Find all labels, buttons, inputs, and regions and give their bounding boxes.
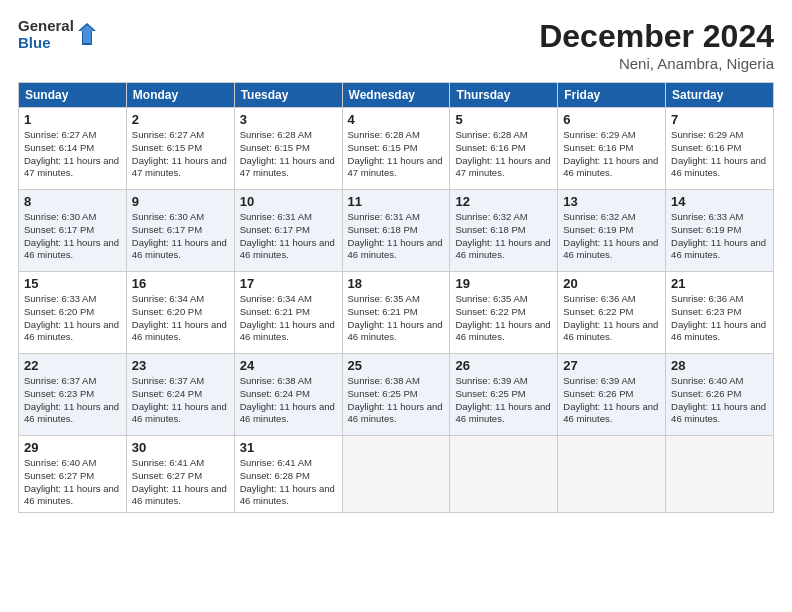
day-info: Sunrise: 6:29 AM Sunset: 6:16 PM Dayligh… (671, 129, 766, 178)
day-info: Sunrise: 6:35 AM Sunset: 6:22 PM Dayligh… (455, 293, 550, 342)
day-number: 7 (671, 112, 768, 127)
logo-general: General (18, 18, 74, 35)
calendar-cell (450, 436, 558, 513)
calendar-cell: 9Sunrise: 6:30 AM Sunset: 6:17 PM Daylig… (126, 190, 234, 272)
day-number: 27 (563, 358, 660, 373)
day-number: 22 (24, 358, 121, 373)
calendar-cell: 2Sunrise: 6:27 AM Sunset: 6:15 PM Daylig… (126, 108, 234, 190)
day-info: Sunrise: 6:38 AM Sunset: 6:25 PM Dayligh… (348, 375, 443, 424)
calendar-cell: 19Sunrise: 6:35 AM Sunset: 6:22 PM Dayli… (450, 272, 558, 354)
title-month: December 2024 (539, 18, 774, 55)
day-number: 10 (240, 194, 337, 209)
day-number: 5 (455, 112, 552, 127)
day-info: Sunrise: 6:30 AM Sunset: 6:17 PM Dayligh… (132, 211, 227, 260)
day-info: Sunrise: 6:33 AM Sunset: 6:20 PM Dayligh… (24, 293, 119, 342)
calendar-week-3: 15Sunrise: 6:33 AM Sunset: 6:20 PM Dayli… (19, 272, 774, 354)
calendar-cell: 21Sunrise: 6:36 AM Sunset: 6:23 PM Dayli… (666, 272, 774, 354)
calendar-cell (558, 436, 666, 513)
calendar-cell: 14Sunrise: 6:33 AM Sunset: 6:19 PM Dayli… (666, 190, 774, 272)
day-info: Sunrise: 6:32 AM Sunset: 6:19 PM Dayligh… (563, 211, 658, 260)
calendar-week-4: 22Sunrise: 6:37 AM Sunset: 6:23 PM Dayli… (19, 354, 774, 436)
day-info: Sunrise: 6:36 AM Sunset: 6:22 PM Dayligh… (563, 293, 658, 342)
calendar-week-5: 29Sunrise: 6:40 AM Sunset: 6:27 PM Dayli… (19, 436, 774, 513)
day-info: Sunrise: 6:28 AM Sunset: 6:15 PM Dayligh… (348, 129, 443, 178)
day-number: 12 (455, 194, 552, 209)
calendar-cell: 20Sunrise: 6:36 AM Sunset: 6:22 PM Dayli… (558, 272, 666, 354)
day-info: Sunrise: 6:32 AM Sunset: 6:18 PM Dayligh… (455, 211, 550, 260)
day-number: 18 (348, 276, 445, 291)
calendar-cell: 29Sunrise: 6:40 AM Sunset: 6:27 PM Dayli… (19, 436, 127, 513)
calendar-header-row: Sunday Monday Tuesday Wednesday Thursday… (19, 83, 774, 108)
day-number: 13 (563, 194, 660, 209)
calendar-cell: 7Sunrise: 6:29 AM Sunset: 6:16 PM Daylig… (666, 108, 774, 190)
calendar-cell: 1Sunrise: 6:27 AM Sunset: 6:14 PM Daylig… (19, 108, 127, 190)
day-info: Sunrise: 6:36 AM Sunset: 6:23 PM Dayligh… (671, 293, 766, 342)
day-number: 9 (132, 194, 229, 209)
page: General Blue December 2024 Neni, Anambra… (0, 0, 792, 612)
calendar: Sunday Monday Tuesday Wednesday Thursday… (18, 82, 774, 513)
day-info: Sunrise: 6:33 AM Sunset: 6:19 PM Dayligh… (671, 211, 766, 260)
day-number: 29 (24, 440, 121, 455)
logo: General Blue (18, 18, 96, 51)
title-location: Neni, Anambra, Nigeria (539, 55, 774, 72)
day-number: 1 (24, 112, 121, 127)
day-info: Sunrise: 6:28 AM Sunset: 6:15 PM Dayligh… (240, 129, 335, 178)
day-info: Sunrise: 6:27 AM Sunset: 6:14 PM Dayligh… (24, 129, 119, 178)
day-number: 17 (240, 276, 337, 291)
day-number: 31 (240, 440, 337, 455)
calendar-cell: 3Sunrise: 6:28 AM Sunset: 6:15 PM Daylig… (234, 108, 342, 190)
calendar-cell: 28Sunrise: 6:40 AM Sunset: 6:26 PM Dayli… (666, 354, 774, 436)
day-number: 14 (671, 194, 768, 209)
day-info: Sunrise: 6:38 AM Sunset: 6:24 PM Dayligh… (240, 375, 335, 424)
day-number: 20 (563, 276, 660, 291)
day-info: Sunrise: 6:27 AM Sunset: 6:15 PM Dayligh… (132, 129, 227, 178)
logo-text: General Blue (18, 18, 74, 51)
calendar-cell: 31Sunrise: 6:41 AM Sunset: 6:28 PM Dayli… (234, 436, 342, 513)
calendar-cell: 13Sunrise: 6:32 AM Sunset: 6:19 PM Dayli… (558, 190, 666, 272)
day-number: 25 (348, 358, 445, 373)
calendar-cell: 16Sunrise: 6:34 AM Sunset: 6:20 PM Dayli… (126, 272, 234, 354)
day-info: Sunrise: 6:37 AM Sunset: 6:23 PM Dayligh… (24, 375, 119, 424)
day-info: Sunrise: 6:29 AM Sunset: 6:16 PM Dayligh… (563, 129, 658, 178)
calendar-cell: 22Sunrise: 6:37 AM Sunset: 6:23 PM Dayli… (19, 354, 127, 436)
day-number: 4 (348, 112, 445, 127)
logo-icon (78, 23, 96, 45)
calendar-cell: 10Sunrise: 6:31 AM Sunset: 6:17 PM Dayli… (234, 190, 342, 272)
calendar-cell: 23Sunrise: 6:37 AM Sunset: 6:24 PM Dayli… (126, 354, 234, 436)
day-number: 16 (132, 276, 229, 291)
logo-blue: Blue (18, 35, 74, 52)
day-number: 23 (132, 358, 229, 373)
header-wednesday: Wednesday (342, 83, 450, 108)
calendar-cell: 24Sunrise: 6:38 AM Sunset: 6:24 PM Dayli… (234, 354, 342, 436)
day-number: 15 (24, 276, 121, 291)
day-info: Sunrise: 6:39 AM Sunset: 6:25 PM Dayligh… (455, 375, 550, 424)
calendar-cell: 17Sunrise: 6:34 AM Sunset: 6:21 PM Dayli… (234, 272, 342, 354)
header-monday: Monday (126, 83, 234, 108)
day-number: 30 (132, 440, 229, 455)
calendar-cell: 11Sunrise: 6:31 AM Sunset: 6:18 PM Dayli… (342, 190, 450, 272)
calendar-week-2: 8Sunrise: 6:30 AM Sunset: 6:17 PM Daylig… (19, 190, 774, 272)
day-number: 6 (563, 112, 660, 127)
calendar-cell: 30Sunrise: 6:41 AM Sunset: 6:27 PM Dayli… (126, 436, 234, 513)
day-info: Sunrise: 6:31 AM Sunset: 6:17 PM Dayligh… (240, 211, 335, 260)
day-info: Sunrise: 6:30 AM Sunset: 6:17 PM Dayligh… (24, 211, 119, 260)
day-number: 26 (455, 358, 552, 373)
day-number: 8 (24, 194, 121, 209)
header-tuesday: Tuesday (234, 83, 342, 108)
day-info: Sunrise: 6:31 AM Sunset: 6:18 PM Dayligh… (348, 211, 443, 260)
day-number: 19 (455, 276, 552, 291)
calendar-cell: 15Sunrise: 6:33 AM Sunset: 6:20 PM Dayli… (19, 272, 127, 354)
title-block: December 2024 Neni, Anambra, Nigeria (539, 18, 774, 72)
day-number: 3 (240, 112, 337, 127)
calendar-cell: 4Sunrise: 6:28 AM Sunset: 6:15 PM Daylig… (342, 108, 450, 190)
calendar-week-1: 1Sunrise: 6:27 AM Sunset: 6:14 PM Daylig… (19, 108, 774, 190)
day-info: Sunrise: 6:39 AM Sunset: 6:26 PM Dayligh… (563, 375, 658, 424)
calendar-cell: 18Sunrise: 6:35 AM Sunset: 6:21 PM Dayli… (342, 272, 450, 354)
header-friday: Friday (558, 83, 666, 108)
day-info: Sunrise: 6:41 AM Sunset: 6:27 PM Dayligh… (132, 457, 227, 506)
header-saturday: Saturday (666, 83, 774, 108)
day-info: Sunrise: 6:37 AM Sunset: 6:24 PM Dayligh… (132, 375, 227, 424)
calendar-cell (342, 436, 450, 513)
day-info: Sunrise: 6:40 AM Sunset: 6:26 PM Dayligh… (671, 375, 766, 424)
day-info: Sunrise: 6:41 AM Sunset: 6:28 PM Dayligh… (240, 457, 335, 506)
